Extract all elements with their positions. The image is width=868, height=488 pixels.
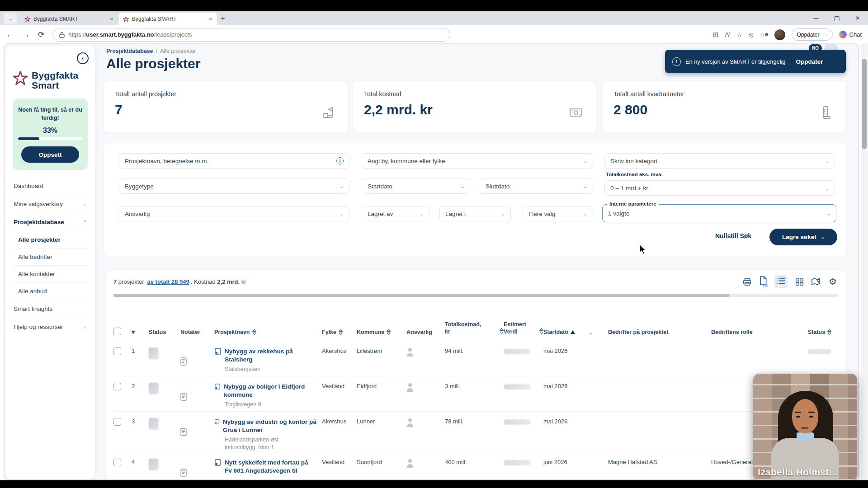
setup-button[interactable]: Oppsett <box>21 146 79 163</box>
row-checkbox[interactable] <box>113 347 121 355</box>
map-view-button[interactable] <box>811 277 821 286</box>
location-filter-select[interactable]: Angi by, kommune eller fylke ⌄ <box>362 153 593 169</box>
sidebar-item-all-tenders[interactable]: Alle anbud <box>13 282 88 300</box>
select-all-checkbox[interactable] <box>113 328 132 335</box>
col-status[interactable]: Status <box>149 329 180 335</box>
sidebar-item-sales-tools[interactable]: Mine salgsverktøy⌄ <box>13 195 88 213</box>
browser-update-button[interactable]: Oppdater··· <box>792 28 832 41</box>
more-options-filter-select[interactable]: Flere valg ⌄ <box>523 206 593 221</box>
chevron-down-icon: ⌄ <box>83 202 87 206</box>
more-icon[interactable]: ··· <box>822 32 828 38</box>
col-num[interactable]: # <box>132 329 149 335</box>
grid-view-button[interactable] <box>795 277 804 286</box>
internal-parameters-filter-select[interactable]: Interne parametere 1 valgte ⌄ <box>602 204 836 222</box>
reset-search-button[interactable]: Nullstill Søk <box>715 232 751 239</box>
col-municipality[interactable]: Kommune <box>357 329 406 335</box>
sidebar-item-smart-insights[interactable]: Smart Insights <box>13 300 88 318</box>
project-name-filter-input[interactable]: Prosjektnavn, betegnelse m.m. i <box>119 153 349 169</box>
col-name[interactable]: Prosjektnavn <box>214 329 322 335</box>
address-bar[interactable]: https://user.smart.byggfakta.no/leads/pr… <box>52 28 450 42</box>
sidebar-item-project-database[interactable]: Prosjektdatabase⌃ <box>13 213 88 231</box>
browser-tab-2[interactable]: Byggfakta SMART ✕ <box>118 13 217 25</box>
vertical-scrollbar[interactable] <box>861 43 868 480</box>
col-company-role[interactable]: Bedriftens rolle <box>711 329 808 335</box>
col-notes[interactable]: Notater <box>180 329 214 335</box>
category-filter-select[interactable]: Skriv inn kategori ⌄ <box>604 153 835 169</box>
project-link[interactable]: Nytt sykkelfelt med fortau på Fv 601 Ang… <box>225 459 308 475</box>
saved-by-filter-select[interactable]: Lagret av ⌄ <box>362 206 429 221</box>
row-checkbox[interactable] <box>113 383 121 390</box>
project-link[interactable]: Nybygg av boliger i Eidfjord kommune <box>224 383 322 399</box>
forward-button[interactable]: → <box>22 30 30 39</box>
sidebar-item-all-contacts[interactable]: Alle kontakter <box>13 265 88 282</box>
profile-avatar[interactable] <box>774 29 785 40</box>
sidebar-item-help[interactable]: Hjelp og ressurser⌄ <box>13 318 88 336</box>
responsible-filter-select[interactable]: Ansvarlig ⌄ <box>119 206 349 221</box>
new-tab-button[interactable]: + <box>217 13 229 24</box>
project-link[interactable]: Nybygg av rekkehus på Stalsberg <box>225 347 322 364</box>
county-cell: Vestland <box>322 383 357 389</box>
table-row[interactable]: 1 Nybygg av rekkehus på Stalsberg Stalsb… <box>113 341 839 376</box>
close-button[interactable]: ✕ <box>847 11 868 25</box>
tracking-prevention-icon[interactable]: ⦸ <box>749 31 753 39</box>
tab-close-icon[interactable]: ✕ <box>110 17 113 22</box>
col-county[interactable]: Fylke <box>322 329 357 335</box>
row-checkbox[interactable] <box>113 418 121 426</box>
notes-icon[interactable] <box>180 428 187 436</box>
tab-close-icon[interactable]: ✕ <box>209 17 212 22</box>
table-row[interactable]: 2 Nybygg av boliger i Eidfjord kommune T… <box>113 376 839 411</box>
project-link[interactable]: Nybygg av industri og kontor på Grua i L… <box>223 418 322 434</box>
col-total-cost[interactable]: Totalkostnad,kr <box>445 321 504 336</box>
copilot-chat-button[interactable]: Chat <box>839 31 862 38</box>
toolbar-icons: ⊞ A) ☆ ⦸ ☆≡ Oppdater··· Chat <box>713 28 862 41</box>
favorite-star-icon[interactable]: ☆ <box>736 31 742 39</box>
horizontal-scrollbar[interactable] <box>113 294 839 297</box>
end-date-filter-select[interactable]: Sluttdato ⌄ <box>480 178 593 194</box>
breadcrumb-separator: / <box>156 48 157 54</box>
notes-icon[interactable] <box>180 469 187 477</box>
print-icon[interactable] <box>742 277 752 286</box>
start-date-filter-select[interactable]: Startdato ⌄ <box>362 178 470 194</box>
company-link[interactable]: Magne Hafstad AS <box>608 459 711 465</box>
scrollbar-thumb[interactable] <box>862 59 867 149</box>
maximize-button[interactable]: ▢ <box>826 11 847 25</box>
table-row[interactable]: 4 Nytt sykkelfelt med fortau på Fv 601 A… <box>113 452 839 480</box>
minimize-button[interactable]: — <box>806 11 826 25</box>
row-checkbox[interactable] <box>113 459 121 466</box>
refresh-button[interactable]: ⟳ <box>38 30 44 39</box>
presenter-video-overlay[interactable]: Izabella Holmst… <box>753 374 857 480</box>
read-aloud-icon[interactable]: A) <box>725 31 730 38</box>
sidebar-collapse-button[interactable]: ‹ <box>77 52 89 64</box>
row-number: 1 <box>132 347 149 354</box>
table-settings-icon[interactable]: ⚙ <box>829 277 837 286</box>
banner-update-button[interactable]: Oppdater <box>796 58 823 65</box>
export-xls-icon[interactable]: XLS <box>759 276 767 287</box>
notes-icon[interactable] <box>180 357 187 366</box>
col-companies[interactable]: Bedrifter på prosjektet <box>608 329 711 335</box>
tab-search-button[interactable]: ⌄ <box>4 13 17 24</box>
total-results-link[interactable]: av totalt 28 949 <box>147 278 189 285</box>
browser-tab-1[interactable]: Byggfakta SMART ✕ <box>20 13 118 25</box>
info-icon[interactable]: i <box>336 157 344 164</box>
save-search-button[interactable]: Lagre søket⌄ <box>769 229 837 245</box>
total-cost-filter-select[interactable]: 0 – 1 mrd.+ kr ⌄ <box>604 180 835 196</box>
sidebar-item-all-companies[interactable]: Alle bedrifter <box>13 248 88 265</box>
breadcrumb-parent[interactable]: Prosjektdatabase <box>106 48 153 54</box>
notes-icon[interactable] <box>180 393 187 401</box>
back-button[interactable]: ← <box>6 30 14 39</box>
app-logo[interactable]: Byggfakta Smart <box>13 70 88 90</box>
split-screen-icon[interactable]: ⊞ <box>713 31 719 39</box>
sidebar-item-dashboard[interactable]: Dashboard <box>13 177 88 195</box>
col-status-2[interactable]: Status <box>808 329 839 335</box>
column-options-chevron[interactable]: ⌄ <box>589 330 608 335</box>
sidebar-item-all-projects[interactable]: Alle prosjekter <box>13 231 88 248</box>
list-view-button[interactable] <box>774 275 788 288</box>
col-start-date[interactable]: Startdato <box>543 329 589 335</box>
saved-in-filter-select[interactable]: Lagret i ⌄ <box>439 206 511 221</box>
favorites-bar-icon[interactable]: ☆≡ <box>760 31 768 38</box>
col-responsible[interactable]: Ansvarlig <box>406 329 445 335</box>
building-type-filter-select[interactable]: Byggetype ⌄ <box>119 178 349 194</box>
table-row[interactable]: 3 Nybygg av industri og kontor på Grua i… <box>113 411 839 452</box>
col-estimated-value[interactable]: EstimertVerdi <box>504 321 543 336</box>
scrollbar-thumb[interactable] <box>113 294 730 297</box>
